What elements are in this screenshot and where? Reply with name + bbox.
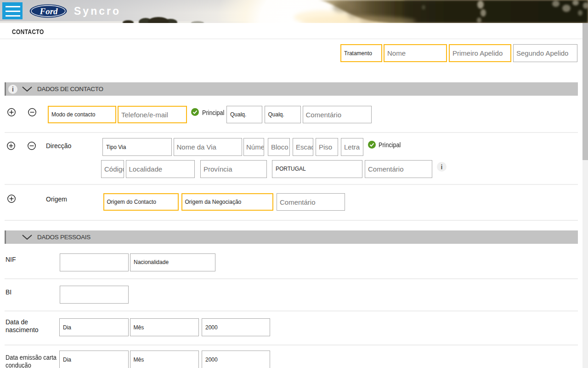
svg-text:Ford: Ford [39, 6, 58, 16]
